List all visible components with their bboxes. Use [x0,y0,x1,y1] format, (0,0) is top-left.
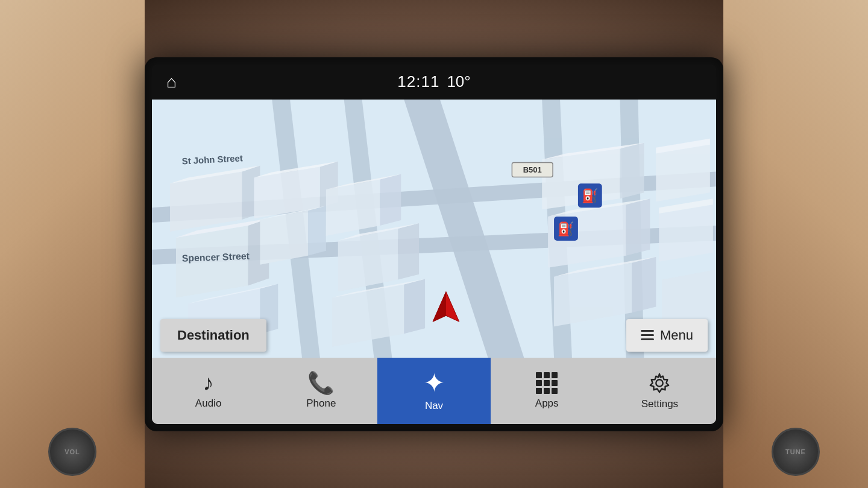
nav-label: Nav [425,400,443,412]
clock-display: 12:11 [397,72,439,91]
menu-icon [641,330,654,340]
temperature-display: 10° [447,72,470,91]
svg-point-57 [656,379,663,386]
map-overlay: Destination Menu [152,313,716,358]
apps-label: Apps [535,398,559,410]
screen-bezel: ⌂ 12:11 10° [145,57,723,431]
tune-knob[interactable]: TUNE [772,428,820,476]
nav-item-nav[interactable]: ✦ Nav [377,358,490,424]
svg-marker-36 [626,198,650,256]
left-leather [0,0,145,488]
gear-icon [648,372,671,395]
svg-marker-18 [308,206,326,256]
main-screen: ⌂ 12:11 10° [152,65,716,424]
right-leather [723,0,868,488]
svg-text:⛽: ⛽ [582,188,599,204]
nav-item-apps[interactable]: Apps [491,358,603,424]
svg-marker-33 [620,142,644,198]
settings-label: Settings [641,398,678,410]
header-info: 12:11 10° [397,72,470,91]
header-bar: ⌂ 12:11 10° [152,65,716,100]
nav-item-settings[interactable]: Settings [603,358,716,424]
vol-knob[interactable]: VOL [48,428,96,476]
menu-button[interactable]: Menu [626,319,708,352]
phone-label: Phone [306,398,336,410]
tune-label: TUNE [785,448,806,455]
home-button[interactable]: ⌂ [166,72,177,92]
music-icon: ♪ [203,372,214,394]
svg-marker-27 [398,223,419,280]
car-interior: ⌂ 12:11 10° [0,0,868,488]
svg-text:B501: B501 [523,165,542,174]
map-container[interactable]: B501 St John Street Spencer Street Gosw … [152,100,716,358]
vol-label: VOL [64,448,80,455]
nav-star-icon: ✦ [423,370,445,396]
nav-item-phone[interactable]: 📞 Phone [265,358,377,424]
menu-label: Menu [660,328,693,343]
svg-marker-43 [659,204,713,262]
grid-icon [536,372,558,394]
svg-marker-17 [260,211,308,265]
svg-marker-41 [656,144,710,201]
destination-button[interactable]: Destination [160,319,266,352]
phone-icon: 📞 [307,372,335,394]
audio-label: Audio [195,398,221,410]
svg-marker-39 [632,256,656,312]
svg-text:⛽: ⛽ [558,220,574,236]
nav-bar: ♪ Audio 📞 Phone ✦ Nav [152,358,716,424]
nav-item-audio[interactable]: ♪ Audio [152,358,265,424]
svg-marker-24 [380,174,401,226]
